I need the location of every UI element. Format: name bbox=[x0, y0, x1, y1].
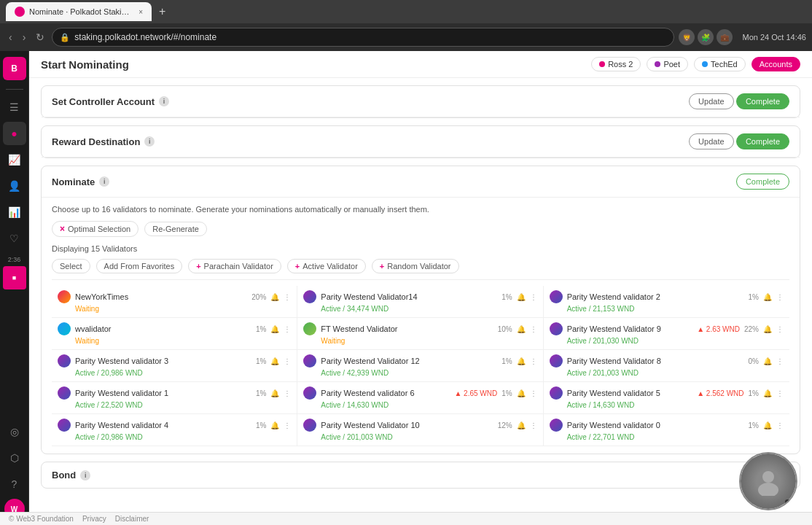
validator-bell-icon[interactable]: 🔔 bbox=[517, 389, 526, 397]
tag-remove-icon[interactable]: × bbox=[60, 224, 65, 234]
validator-menu-icon[interactable]: ⋮ bbox=[530, 389, 537, 397]
controller-update-button[interactable]: Update bbox=[689, 93, 733, 109]
validator-item: NewYorkTimes 20% 🔔 ⋮ Waiting bbox=[52, 286, 297, 318]
validator-menu-icon[interactable]: ⋮ bbox=[284, 325, 291, 333]
validator-menu-icon[interactable]: ⋮ bbox=[530, 325, 537, 333]
optimal-selection-tag[interactable]: × Optimal Selection bbox=[52, 221, 138, 237]
account-poet[interactable]: Poet bbox=[647, 57, 688, 71]
sidebar-circle-icon[interactable]: ◎ bbox=[3, 420, 26, 443]
select-button[interactable]: Select bbox=[52, 259, 90, 273]
validator-menu-icon[interactable]: ⋮ bbox=[530, 421, 537, 429]
account-teched[interactable]: TechEd bbox=[694, 57, 746, 71]
validator-bell-icon[interactable]: 🔔 bbox=[270, 293, 279, 301]
tag-label: Optimal Selection bbox=[68, 225, 130, 233]
reward-update-button[interactable]: Update bbox=[689, 133, 733, 149]
footer-disclaimer-link[interactable]: Disclaimer bbox=[115, 515, 149, 523]
validator-item: Parity Westend Validator14 1% 🔔 ⋮ Active… bbox=[297, 286, 543, 318]
brave-logo-icon[interactable]: B bbox=[3, 57, 26, 80]
bond-info-icon[interactable]: i bbox=[80, 470, 90, 481]
back-button[interactable]: ‹ bbox=[6, 30, 15, 44]
plus-icon2: + bbox=[295, 262, 300, 271]
validator-item: Parity Westend validator 2 1% 🔔 ⋮ Active… bbox=[544, 286, 789, 318]
new-tab-button[interactable]: + bbox=[155, 4, 170, 20]
validator-bell-icon[interactable]: 🔔 bbox=[270, 421, 279, 429]
validator-bell-icon[interactable]: 🔔 bbox=[763, 389, 772, 397]
controller-info-icon[interactable]: i bbox=[159, 96, 169, 106]
displaying-count: Displaying 15 Validators bbox=[52, 244, 789, 253]
datetime: Mon 24 Oct 14:46 bbox=[743, 33, 806, 42]
reload-button[interactable]: ↻ bbox=[33, 30, 47, 44]
validator-bell-icon[interactable]: 🔔 bbox=[270, 357, 279, 365]
random-validator-button[interactable]: + Random Validator bbox=[372, 259, 459, 273]
validator-menu-icon[interactable]: ⋮ bbox=[776, 325, 784, 333]
sidebar-heart-icon[interactable]: ♡ bbox=[3, 227, 26, 250]
validator-bell-icon[interactable]: 🔔 bbox=[763, 421, 772, 429]
validator-name: Parity Westend validator 5 bbox=[567, 389, 693, 397]
validator-commission: 1% bbox=[256, 325, 266, 333]
validator-bell-icon[interactable]: 🔔 bbox=[270, 389, 279, 397]
validator-menu-icon[interactable]: ⋮ bbox=[776, 421, 784, 429]
tab-close-button[interactable]: × bbox=[138, 8, 143, 16]
account-accounts[interactable]: Accounts bbox=[752, 57, 800, 71]
left-sidebar: B ☰ ● 📈 👤 📊 ♡ 2:36 ■ ◎ ⬡ ? W bbox=[0, 51, 29, 525]
extensions-button[interactable]: 🧩 bbox=[698, 29, 714, 45]
validator-menu-icon[interactable]: ⋮ bbox=[530, 293, 537, 301]
footer-org: © Web3 Foundation bbox=[9, 515, 74, 523]
nominate-complete-button[interactable]: Complete bbox=[736, 174, 789, 190]
controller-title: Set Controller Account i bbox=[52, 96, 689, 107]
validator-bell-icon[interactable]: 🔔 bbox=[517, 293, 526, 301]
validator-menu-icon[interactable]: ⋮ bbox=[284, 421, 291, 429]
account-ross2[interactable]: Ross 2 bbox=[591, 57, 641, 71]
validator-menu-icon[interactable]: ⋮ bbox=[530, 357, 537, 365]
validator-menu-icon[interactable]: ⋮ bbox=[284, 357, 291, 365]
wallet-button[interactable]: 💼 bbox=[717, 29, 733, 45]
validator-logo bbox=[58, 354, 71, 368]
validator-item: Parity Westend Validator 9 ▲ 2.63 WND 22… bbox=[544, 318, 789, 350]
sidebar-help-icon[interactable]: ? bbox=[3, 472, 26, 496]
active-tab[interactable]: Nominate · Polkadot Staking D... × bbox=[6, 2, 152, 21]
validator-menu-icon[interactable]: ⋮ bbox=[776, 357, 784, 365]
nominate-info-icon[interactable]: i bbox=[99, 176, 109, 187]
reward-complete-button[interactable]: Complete bbox=[736, 133, 789, 149]
nominate-body: Choose up to 16 validators to nominate. … bbox=[42, 198, 800, 454]
video-dots-button[interactable]: ··· bbox=[785, 499, 795, 508]
sidebar-chart-icon[interactable]: 📈 bbox=[3, 148, 26, 171]
validator-menu-icon[interactable]: ⋮ bbox=[776, 389, 784, 397]
reward-info-icon[interactable]: i bbox=[144, 136, 155, 147]
footer-privacy-link[interactable]: Privacy bbox=[82, 515, 106, 523]
validator-commission: 1% bbox=[749, 293, 759, 301]
address-bar[interactable]: 🔒 staking.polkadot.network/#/nominate bbox=[52, 28, 674, 47]
sidebar-analytics-icon[interactable]: 📊 bbox=[3, 201, 26, 224]
validator-bell-icon[interactable]: 🔔 bbox=[763, 325, 772, 333]
validator-bell-icon[interactable]: 🔔 bbox=[763, 357, 772, 365]
active-validator-button[interactable]: + Active Validator bbox=[287, 259, 366, 273]
validator-menu-icon[interactable]: ⋮ bbox=[284, 389, 291, 397]
sidebar-link-icon[interactable]: ⬡ bbox=[3, 446, 26, 470]
controller-complete-button[interactable]: Complete bbox=[736, 93, 789, 109]
tab-label: Nominate · Polkadot Staking D... bbox=[29, 7, 131, 16]
sidebar-timer-icon[interactable]: ■ bbox=[3, 266, 26, 289]
validator-top: Parity Westend Validator 12 1% 🔔 ⋮ bbox=[303, 354, 536, 368]
validator-bell-icon[interactable]: 🔔 bbox=[270, 325, 279, 333]
brave-shields-button[interactable]: 🦁 bbox=[679, 29, 695, 45]
validator-bell-icon[interactable]: 🔔 bbox=[763, 293, 772, 301]
validator-name: wvalidator bbox=[75, 324, 251, 333]
validator-menu-icon[interactable]: ⋮ bbox=[776, 293, 784, 301]
regenerate-button[interactable]: Re-Generate bbox=[144, 222, 207, 236]
nav-bar: ‹ › ↻ 🔒 staking.polkadot.network/#/nomin… bbox=[0, 23, 812, 51]
validator-bell-icon[interactable]: 🔔 bbox=[517, 325, 526, 333]
validator-bell-icon[interactable]: 🔔 bbox=[517, 421, 526, 429]
account-accounts-label: Accounts bbox=[760, 60, 792, 69]
validator-logo bbox=[550, 322, 563, 335]
validator-bell-icon[interactable]: 🔔 bbox=[517, 357, 526, 365]
forward-button[interactable]: › bbox=[20, 30, 29, 44]
sidebar-users-icon[interactable]: 👤 bbox=[3, 174, 26, 198]
page-title: Start Nominating bbox=[41, 58, 129, 71]
validator-menu-icon[interactable]: ⋮ bbox=[284, 293, 291, 301]
validator-commission: ▲ 2.562 WND bbox=[697, 389, 743, 397]
validator-status: Active / 22,701 WND bbox=[550, 433, 784, 441]
add-favorites-button[interactable]: Add From Favorites bbox=[96, 259, 183, 273]
sidebar-dot-icon[interactable]: ● bbox=[3, 122, 26, 145]
sidebar-menu-icon[interactable]: ☰ bbox=[3, 96, 26, 119]
parachain-validator-button[interactable]: + Parachain Validator bbox=[188, 259, 281, 273]
